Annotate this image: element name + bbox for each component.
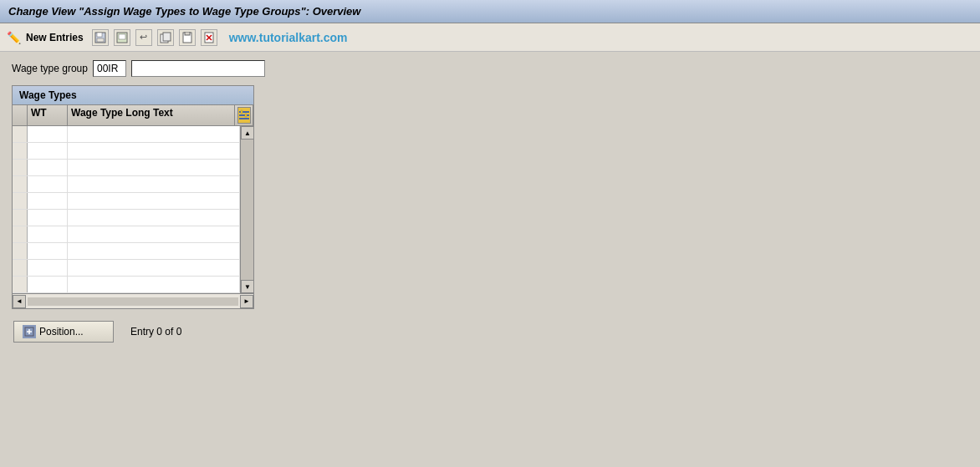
cell-long-text[interactable] [68,126,240,142]
svg-rect-14 [239,118,249,119]
position-icon [23,325,36,338]
cell-wt[interactable] [28,210,68,226]
position-button[interactable]: Position... [13,321,114,343]
vertical-scrollbar[interactable]: ▲ ▼ [240,126,253,293]
header-col-settings[interactable] [235,105,253,125]
wage-type-group-value: 00IR [93,60,126,77]
cell-long-text[interactable] [68,143,240,159]
cell-long-text[interactable] [68,160,240,175]
row-indicator [13,176,28,192]
cell-wt[interactable] [28,260,68,276]
toolbar: ✏️ New Entries ↩ www.tutorialkart.com [0,23,980,52]
svg-rect-4 [119,34,125,39]
panel-title: Wage Types [13,86,253,105]
cell-long-text[interactable] [68,243,240,259]
row-indicator [13,277,28,292]
svg-rect-6 [163,33,171,41]
svg-rect-1 [97,33,102,37]
table-row[interactable] [13,176,240,193]
row-indicator [13,226,28,242]
cell-wt[interactable] [28,126,68,142]
row-indicator [13,243,28,259]
wage-type-group-input[interactable] [131,60,265,77]
table-body-container: ▲ ▼ [13,126,253,293]
table-row[interactable] [13,126,240,143]
header-long-text: Wage Type Long Text [68,105,235,125]
wage-type-group-label: Wage type group [12,63,88,74]
title-bar: Change View "Assign Wage Types to Wage T… [0,0,980,23]
row-indicator [13,143,28,159]
header-row-indicator [13,105,28,125]
scroll-down-btn[interactable]: ▼ [241,280,254,293]
table-row[interactable] [13,243,240,260]
paste-row-icon[interactable] [179,29,196,46]
cell-wt[interactable] [28,176,68,192]
table-row[interactable] [13,277,240,293]
scroll-track-horizontal[interactable] [28,297,238,306]
svg-rect-2 [97,38,104,42]
cell-wt[interactable] [28,193,68,209]
load-icon[interactable] [114,29,130,46]
svg-rect-16 [245,114,247,117]
cell-long-text[interactable] [68,193,240,209]
cell-long-text[interactable] [68,210,240,226]
svg-rect-15 [241,110,242,114]
cell-long-text[interactable] [68,176,240,192]
undo-icon[interactable]: ↩ [135,29,152,46]
wage-type-group-row: Wage type group 00IR [12,60,968,77]
new-entries-label[interactable]: New Entries [26,32,84,43]
copy-row-icon[interactable] [157,29,174,46]
row-indicator [13,210,28,226]
column-settings-icon[interactable] [237,107,251,124]
table-row[interactable] [13,210,240,226]
title-text: Change View "Assign Wage Types to Wage T… [8,5,360,18]
position-btn-label: Position... [39,326,84,338]
cell-long-text[interactable] [68,277,240,292]
cell-wt[interactable] [28,143,68,159]
table-header: WT Wage Type Long Text [13,105,253,126]
watermark-text: www.tutorialkart.com [229,31,348,44]
cell-long-text[interactable] [68,260,240,276]
cell-wt[interactable] [28,226,68,242]
row-indicator [13,126,28,142]
scroll-right-btn[interactable]: ► [240,295,253,308]
bottom-area: Position... Entry 0 of 0 [12,321,968,343]
entry-count: Entry 0 of 0 [130,326,181,338]
header-wt: WT [28,105,68,125]
row-indicator [13,160,28,175]
table-row[interactable] [13,226,240,243]
table-row[interactable] [13,160,240,176]
table-row[interactable] [13,260,240,277]
table-row[interactable] [13,193,240,210]
scroll-up-btn[interactable]: ▲ [241,126,254,140]
new-entries-icon: ✏️ [7,31,21,44]
svg-rect-8 [185,32,190,35]
table-rows-wrapper [13,126,240,293]
cell-long-text[interactable] [68,226,240,242]
horizontal-scrollbar[interactable]: ◄ ► [13,293,253,308]
content-area: Wage type group 00IR Wage Types WT Wage … [0,52,980,351]
cell-wt[interactable] [28,160,68,175]
row-indicator [13,260,28,276]
row-indicator [13,193,28,209]
cell-wt[interactable] [28,243,68,259]
svg-rect-13 [239,114,249,116]
cell-wt[interactable] [28,277,68,292]
table-row[interactable] [13,143,240,160]
delete-row-icon[interactable] [201,29,217,46]
wage-types-panel: Wage Types WT Wage Type Long Text [12,85,254,309]
scroll-left-btn[interactable]: ◄ [13,295,26,308]
save-icon[interactable] [92,29,109,46]
scroll-track-vertical[interactable] [241,140,253,280]
